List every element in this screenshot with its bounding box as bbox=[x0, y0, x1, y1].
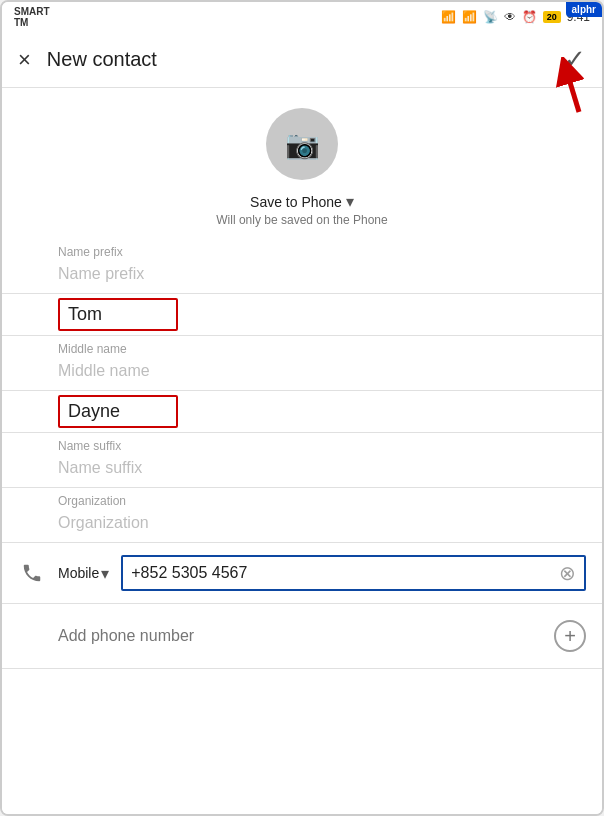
app-bar: × New contact ✓ bbox=[2, 32, 602, 88]
save-subtitle: Will only be saved on the Phone bbox=[216, 213, 387, 227]
carrier-name2: TM bbox=[14, 17, 50, 28]
name-suffix-label: Name suffix bbox=[58, 439, 546, 453]
middle-name-field: Middle name bbox=[2, 336, 602, 391]
save-to-phone-button[interactable]: Save to Phone ▾ bbox=[250, 192, 354, 211]
phone-number-wrapper: ⊗ bbox=[121, 555, 586, 591]
carrier-name: SMART bbox=[14, 6, 50, 17]
phone-frame: alphr SMART TM 📶 📶 📡 👁 ⏰ 20 9:41 × New c… bbox=[0, 0, 604, 816]
name-prefix-field: Name prefix bbox=[2, 239, 602, 294]
organization-input[interactable] bbox=[58, 510, 546, 536]
page-title: New contact bbox=[47, 48, 564, 71]
carrier-info: SMART TM bbox=[14, 6, 50, 28]
first-name-row bbox=[2, 294, 602, 336]
name-prefix-label: Name prefix bbox=[58, 245, 546, 259]
name-prefix-input[interactable] bbox=[58, 261, 546, 287]
save-button[interactable]: ✓ bbox=[564, 44, 586, 75]
last-name-input[interactable] bbox=[68, 401, 168, 422]
save-to-phone-label: Save to Phone bbox=[250, 194, 342, 210]
avatar-section: 📷 Save to Phone ▾ Will only be saved on … bbox=[2, 88, 602, 239]
organization-label: Organization bbox=[58, 494, 546, 508]
middle-name-input[interactable] bbox=[58, 358, 546, 384]
content-area: 📷 Save to Phone ▾ Will only be saved on … bbox=[2, 88, 602, 814]
name-suffix-field: Name suffix bbox=[2, 433, 602, 488]
add-phone-button[interactable]: + bbox=[554, 620, 586, 652]
avatar[interactable]: 📷 bbox=[266, 108, 338, 180]
battery-badge: 20 bbox=[543, 11, 561, 23]
close-button[interactable]: × bbox=[18, 47, 31, 73]
wifi-icon: 📡 bbox=[483, 10, 498, 24]
phone-type-label: Mobile bbox=[58, 565, 99, 581]
eye-icon: 👁 bbox=[504, 10, 516, 24]
phone-number-input[interactable] bbox=[131, 564, 559, 582]
alphr-badge: alphr bbox=[566, 2, 602, 17]
phone-type-selector[interactable]: Mobile ▾ bbox=[58, 564, 109, 583]
organization-field: Organization bbox=[2, 488, 602, 543]
middle-name-label: Middle name bbox=[58, 342, 546, 356]
first-name-input[interactable] bbox=[68, 304, 168, 325]
signal-icon: 📶 bbox=[441, 10, 456, 24]
phone-row: Mobile ▾ ⊗ bbox=[2, 543, 602, 604]
add-phone-label: Add phone number bbox=[58, 627, 194, 645]
name-suffix-input[interactable] bbox=[58, 455, 546, 481]
camera-icon: 📷 bbox=[285, 128, 320, 161]
status-bar: SMART TM 📶 📶 📡 👁 ⏰ 20 9:41 bbox=[2, 2, 602, 32]
last-name-row bbox=[2, 391, 602, 433]
save-to-phone-dropdown-icon: ▾ bbox=[346, 192, 354, 211]
phone-icon bbox=[18, 562, 46, 584]
add-phone-left: Add phone number bbox=[18, 627, 194, 645]
phone-type-arrow-icon: ▾ bbox=[101, 564, 109, 583]
alarm-icon: ⏰ bbox=[522, 10, 537, 24]
add-phone-row[interactable]: Add phone number + bbox=[2, 604, 602, 669]
signal-icon2: 📶 bbox=[462, 10, 477, 24]
clear-phone-button[interactable]: ⊗ bbox=[559, 561, 576, 585]
